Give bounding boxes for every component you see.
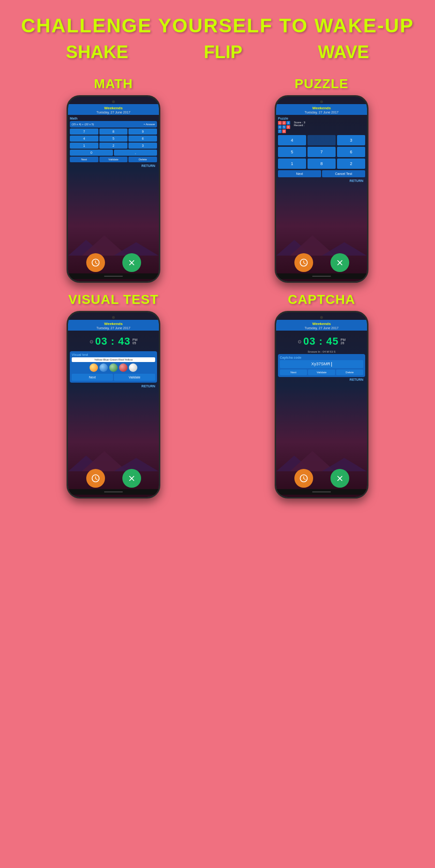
visual-mountains [68,449,159,472]
clock-seconds: 05 [133,341,138,345]
num-7[interactable]: 7 [70,128,98,135]
visual-snooze-btn[interactable] [86,469,105,488]
puzzle-navbar-line [312,276,331,277]
captcha-validate-btn[interactable]: Validate [308,370,335,375]
visual-next-btn[interactable]: Next [72,374,113,381]
puzzle-snooze-btn[interactable] [294,253,313,272]
num-6[interactable]: 6 [128,136,157,142]
num-grid: 7 8 9 4 5 6 1 2 3 [70,128,157,149]
visual-camera [112,316,115,319]
visual-snooze-icon [91,474,100,483]
answer-label: = Answer [143,123,155,126]
puzzle-status: Weekends Tuesday, 27 June 2017 [276,104,367,115]
puzzle-phone: Weekends Tuesday, 27 June 2017 Puzzle 1 … [275,95,368,283]
captcha-snooze-btn[interactable] [294,469,313,488]
math-validate-btn[interactable]: Validate [99,157,128,162]
puzzle-label: PUZZLE [295,76,349,91]
captcha-navbar-line [312,491,331,492]
math-alarm-btns [68,253,159,272]
shake-label: SHAKE [66,42,128,62]
puzzle-big-1[interactable]: 1 [278,159,306,169]
puzzle-cell-4: 4 [278,125,282,129]
clock-icon: ⊙ [90,339,93,344]
visual-sequence: Yellow-Blue-Green-Red-Yellow [72,357,155,362]
puzzle-cell-6: 6 [286,125,290,129]
puzzle-cell-1: 1 [278,121,282,125]
dismiss-icon [127,258,136,267]
captcha-dismiss-btn[interactable] [330,469,349,488]
captcha-snooze-icon [299,474,308,483]
math-delete-btn[interactable]: Delete [128,157,157,162]
visual-validate-btn[interactable]: Validate [114,374,155,381]
math-navbar-line [104,276,123,277]
captcha-status: Weekends Tuesday, 27 June 2017 [276,320,367,331]
puzzle-big-empty[interactable] [308,135,336,145]
math-next-btn[interactable]: Next [70,157,98,162]
puzzle-alarm-btns [276,253,367,272]
math-action-btns: Next Validate Delete [70,157,157,162]
flip-label: FLIP [204,42,242,62]
visual-label: VISUAL TEST [68,292,159,307]
ball-red[interactable] [119,363,128,372]
puzzle-big-3[interactable]: 3 [337,135,365,145]
math-dismiss-btn[interactable] [122,253,141,272]
visual-dismiss-btn[interactable] [122,469,141,488]
math-equation: (15 x 4) + (22 x 5) = Answer [70,121,157,128]
ball-white[interactable] [129,363,137,372]
phones-grid: MATH Weekends Tuesday, 27 June 2017 Math… [0,67,435,513]
num-5[interactable]: 5 [99,136,128,142]
equation-text: (15 x 4) + (22 x 5) [72,123,94,126]
captcha-clock-ampm-sec: PM 26 [341,338,346,345]
puzzle-big-8[interactable]: 8 [308,159,336,169]
visual-section: VISUAL TEST Weekends Tuesday, 27 June 20… [14,292,213,498]
math-snooze-btn[interactable] [86,253,105,272]
captcha-input-display[interactable]: Xy37SMR [280,360,363,368]
clock-time: 03 : 43 [95,335,131,347]
captcha-date: Tuesday, 27 June 2017 [280,326,363,330]
captcha-cursor [331,362,332,367]
snooze-icon [91,258,100,267]
puzzle-big-2[interactable]: 2 [337,159,365,169]
ball-blue[interactable] [99,363,108,372]
puzzle-big-7[interactable]: 7 [308,147,336,157]
captcha-dismiss-icon [335,474,345,483]
captcha-return[interactable]: RETURN [278,377,365,382]
captcha-label: CAPTCHA [288,292,355,307]
puzzle-action-btns: Next Cancel Test [278,170,365,177]
num-0[interactable]: 0 [70,150,113,156]
math-weekends: Weekends [72,106,155,110]
num-8[interactable]: 8 [99,128,128,135]
clock-ampm: PM [133,338,138,341]
num-3[interactable]: 3 [128,143,157,149]
math-return[interactable]: RETURN [70,163,157,168]
puzzle-cancel-btn[interactable]: Cancel Test [322,170,365,177]
num-9[interactable]: 9 [128,128,157,135]
math-label: MATH [94,76,133,91]
ball-yellow[interactable] [90,363,98,372]
captcha-alarm-btns [276,469,367,488]
puzzle-dismiss-btn[interactable] [330,253,349,272]
math-section: MATH Weekends Tuesday, 27 June 2017 Math… [14,76,213,283]
visual-weekends: Weekends [72,322,155,326]
visual-return[interactable]: RETURN [70,384,157,389]
puzzle-header: 1 2 3 4 5 6 7 8 Score : 3 Record : [278,121,365,133]
puzzle-cell-7: 7 [278,129,282,133]
puzzle-big-6[interactable]: 6 [337,147,365,157]
num-2[interactable]: 2 [99,143,128,149]
num-1[interactable]: 1 [70,143,98,149]
puzzle-title-label: Puzzle [278,117,365,120]
visual-alarm-btns [68,469,159,488]
num-comma[interactable]: , [114,150,157,156]
visual-phone: Weekends Tuesday, 27 June 2017 ⊙ 03 : 43… [67,311,160,498]
num-4[interactable]: 4 [70,136,98,142]
balls-row [72,363,155,372]
ball-green[interactable] [109,363,118,372]
puzzle-big-5[interactable]: 5 [278,147,306,157]
captcha-clock-time: 03 : 45 [303,335,339,347]
puzzle-next-btn[interactable]: Next [278,170,321,177]
captcha-delete-btn[interactable]: Delete [336,370,363,375]
puzzle-big-4[interactable]: 4 [278,135,306,145]
puzzle-return[interactable]: RETURN [278,178,365,183]
captcha-next-btn[interactable]: Next [280,370,307,375]
puzzle-content: Puzzle 1 2 3 4 5 6 7 8 S [276,115,367,185]
